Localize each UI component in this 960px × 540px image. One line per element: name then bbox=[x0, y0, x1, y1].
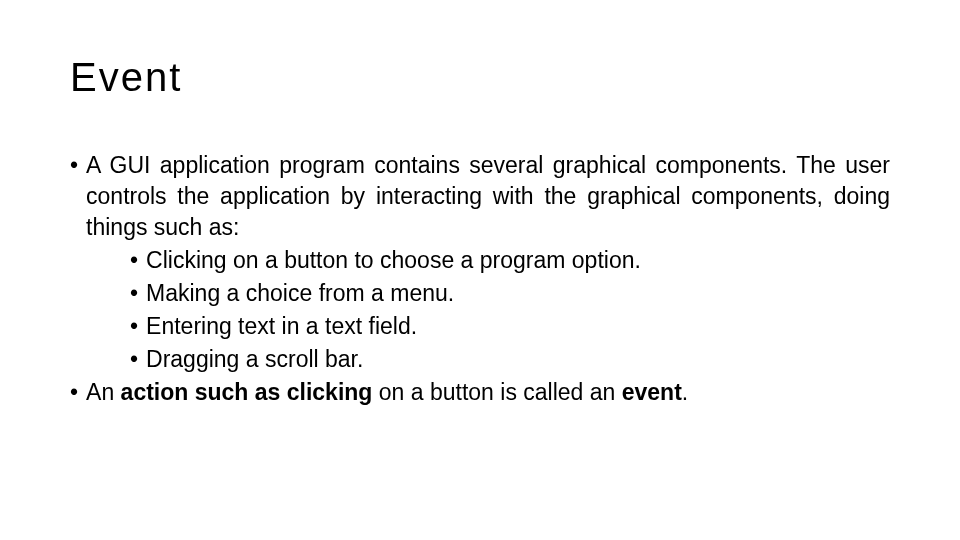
slide-body: • A GUI application program contains sev… bbox=[70, 150, 890, 408]
bullet-dot: • bbox=[130, 245, 146, 276]
bullet-dot: • bbox=[130, 344, 146, 375]
sub-bullet-text: Dragging a scroll bar. bbox=[146, 344, 890, 375]
sub-bullet-item: • Clicking on a button to choose a progr… bbox=[130, 245, 890, 276]
bullet-dot: • bbox=[130, 278, 146, 309]
sub-bullet-text: Entering text in a text field. bbox=[146, 311, 890, 342]
bullet-dot: • bbox=[70, 150, 86, 243]
sub-bullet-item: • Entering text in a text field. bbox=[130, 311, 890, 342]
bullet-dot: • bbox=[70, 377, 86, 408]
slide-title: Event bbox=[70, 55, 890, 100]
sub-bullet-item: • Dragging a scroll bar. bbox=[130, 344, 890, 375]
bold-text: event bbox=[622, 379, 682, 405]
bold-text: action such as clicking bbox=[121, 379, 373, 405]
bullet-item: • A GUI application program contains sev… bbox=[70, 150, 890, 243]
bullet-dot: • bbox=[130, 311, 146, 342]
sub-bullet-item: • Making a choice from a menu. bbox=[130, 278, 890, 309]
sub-bullet-text: Clicking on a button to choose a program… bbox=[146, 245, 890, 276]
text-part: An bbox=[86, 379, 121, 405]
bullet-item: • An action such as clicking on a button… bbox=[70, 377, 890, 408]
sub-bullet-text: Making a choice from a menu. bbox=[146, 278, 890, 309]
bullet-text: A GUI application program contains sever… bbox=[86, 150, 890, 243]
sub-list: • Clicking on a button to choose a progr… bbox=[70, 245, 890, 375]
bullet-text: An action such as clicking on a button i… bbox=[86, 377, 890, 408]
text-part: . bbox=[682, 379, 688, 405]
text-part: on a button is called an bbox=[372, 379, 621, 405]
